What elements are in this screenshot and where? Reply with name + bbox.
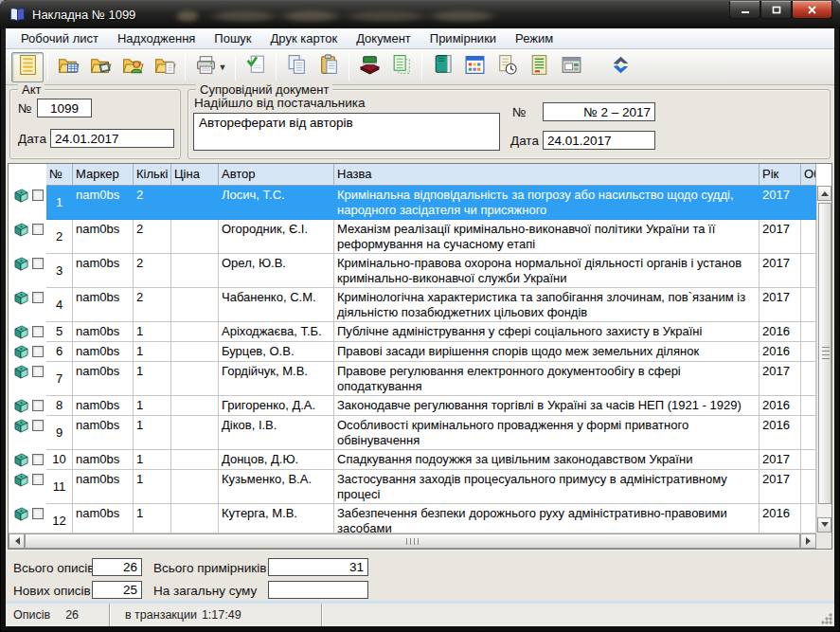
row-checkbox[interactable] (32, 224, 44, 235)
act-groupbox: Акт № Дата (9, 89, 181, 159)
vertical-scrollbar[interactable] (816, 186, 831, 533)
column-header[interactable]: Кількі (134, 164, 171, 186)
doc-copy-toolbar-button[interactable] (385, 52, 418, 82)
maximize-button[interactable] (760, 1, 792, 19)
paste-toolbar-button[interactable] (313, 52, 345, 82)
act-no-input[interactable] (37, 99, 92, 117)
book-toolbar-button[interactable] (426, 52, 458, 82)
supplier-input[interactable]: Автореферати від авторів (193, 113, 500, 151)
cell-title: Механізм реалізації кримінально-виконавч… (334, 220, 760, 254)
printer-toolbar-button[interactable]: ▼ (189, 52, 231, 82)
cell-price (171, 470, 219, 504)
books-stack-toolbar-button[interactable] (353, 52, 385, 82)
horizontal-scrollbar[interactable] (9, 533, 816, 549)
row-checkbox[interactable] (32, 346, 44, 357)
table-row[interactable]: 10nam0bs1Донцов, Д.Ю.Спадкування подоужж… (12, 450, 816, 470)
table-row[interactable]: 1nam0bs2Лосич, Т.С.Кримінальна відповіда… (12, 186, 816, 220)
cell-price (171, 450, 219, 470)
total-copies-input[interactable] (268, 558, 368, 576)
menu-item[interactable]: Режим (506, 29, 563, 47)
folder-doc-toolbar-button[interactable] (149, 52, 181, 82)
report-toolbar-button[interactable] (523, 52, 555, 82)
cell-qty: 1 (134, 362, 171, 396)
table-row[interactable]: 7nam0bs1Гордійчук, М.В.Правове регулюван… (12, 362, 816, 396)
cell-ob (801, 220, 816, 254)
close-button[interactable] (792, 1, 832, 19)
book-icon (13, 345, 29, 359)
total-sum-input[interactable] (268, 581, 368, 599)
cell-title: Кримінально-правова охорона нормальної д… (334, 254, 760, 288)
column-header[interactable]: Маркер (73, 164, 134, 186)
copy-toolbar-button[interactable] (280, 52, 313, 82)
cell-title: Публічне адміністрування у сфері соціаль… (334, 322, 760, 342)
scroll-down-button[interactable] (817, 517, 831, 533)
table-row[interactable]: 8nam0bs1Григоренко, Д.А.Законодавче регу… (12, 396, 816, 416)
double-chevron-toolbar-button[interactable] (604, 52, 636, 82)
table-row[interactable]: 2nam0bs2Огородник, Є.І.Механізм реалізац… (12, 220, 816, 254)
row-checkbox[interactable] (32, 400, 44, 411)
cell-no: 5 (46, 322, 73, 342)
doc-no-input[interactable] (543, 102, 655, 121)
scroll-right-button[interactable] (800, 533, 816, 549)
row-checkbox[interactable] (32, 420, 44, 431)
scroll-left-button[interactable] (9, 533, 25, 549)
cell-title: Забезпечення безпеки дорожнього руху адм… (334, 504, 760, 533)
folder-user-toolbar-button[interactable] (116, 52, 149, 82)
menu-item[interactable]: Надходження (108, 29, 205, 47)
books-stack-icon (358, 53, 382, 81)
resize-grip[interactable] (820, 612, 832, 624)
table-row[interactable]: 5nam0bs1Аріходжаєва, Т.Б.Публічне адміні… (12, 322, 816, 342)
row-checkbox[interactable] (32, 292, 44, 303)
cell-price (171, 220, 219, 254)
table-row[interactable]: 6nam0bs1Бурцев, О.В.Правові засади виріш… (12, 342, 816, 362)
row-checkbox[interactable] (32, 508, 44, 519)
cell-year: 2017 (760, 220, 801, 254)
cell-author: Гордійчук, М.В. (219, 362, 334, 396)
worksheet-toolbar-button[interactable] (11, 52, 44, 82)
menu-item[interactable]: Документ (347, 29, 420, 47)
menu-item[interactable]: Робочий лист (11, 29, 108, 47)
table-row[interactable]: 11nam0bs1Кузьменко, В.А.Застосування зах… (12, 470, 816, 504)
folder-table-toolbar-button[interactable] (52, 52, 84, 82)
row-checkbox[interactable] (32, 474, 44, 485)
cell-price (171, 254, 219, 288)
minimize-button[interactable] (729, 1, 760, 19)
act-group-title: Акт (18, 82, 45, 97)
new-records-input[interactable] (92, 581, 142, 599)
act-date-input[interactable] (50, 129, 174, 148)
table-row[interactable]: 12nam0bs1Кутерга, М.В.Забезпечення безпе… (12, 504, 816, 533)
row-checkbox[interactable] (32, 326, 44, 337)
table-row[interactable]: 9nam0bs1Діков, І.В.Особливості криміналь… (12, 416, 816, 450)
column-header[interactable]: Автор (219, 164, 334, 186)
book-icon (13, 473, 29, 487)
cell-author: Огородник, Є.І. (219, 220, 334, 254)
menu-item[interactable]: Примірники (420, 29, 506, 47)
horizontal-scroll-thumb[interactable] (25, 533, 800, 549)
row-checkbox[interactable] (32, 258, 44, 269)
window-table-toolbar-button[interactable] (458, 52, 491, 82)
folder-book-toolbar-button[interactable] (84, 52, 116, 82)
table-row[interactable]: 3nam0bs2Орел, Ю.В.Кримінально-правова ох… (12, 254, 816, 288)
total-records-input[interactable] (92, 558, 142, 576)
card-view-toolbar-button[interactable] (555, 52, 587, 82)
vertical-scroll-thumb[interactable] (818, 203, 831, 504)
row-checkbox[interactable] (32, 454, 44, 465)
doc-date-input[interactable] (543, 131, 655, 150)
menu-item[interactable]: Друк карток (261, 29, 348, 47)
doc-clock-toolbar-button[interactable] (491, 52, 523, 82)
doc-check-toolbar-button[interactable] (240, 52, 272, 82)
status-records-section: Описів 26 (6, 604, 110, 626)
cell-price (171, 322, 219, 342)
column-header[interactable]: № (46, 164, 73, 186)
column-header[interactable]: Об (801, 164, 816, 186)
column-header[interactable]: Ціна (171, 164, 219, 186)
cell-price (171, 504, 219, 533)
row-checkbox[interactable] (32, 366, 44, 377)
column-header[interactable]: Назва (334, 164, 760, 186)
printer-dropdown-arrow-icon[interactable]: ▼ (219, 63, 227, 72)
menu-item[interactable]: Пошук (205, 29, 260, 47)
scroll-up-button[interactable] (817, 186, 831, 201)
column-header[interactable]: Рік (760, 164, 801, 186)
table-row[interactable]: 4nam0bs2Чабаненко, С.М.Кримінологічна ха… (12, 288, 816, 322)
row-checkbox[interactable] (32, 190, 44, 201)
